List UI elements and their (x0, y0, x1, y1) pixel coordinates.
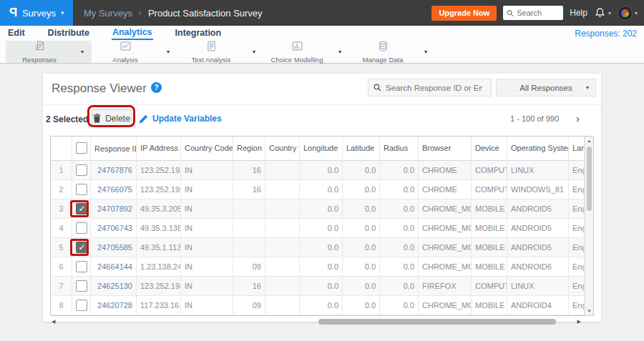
column-header-country[interactable]: Country (265, 137, 300, 161)
column-header-browser[interactable]: Browser (419, 137, 472, 161)
select-all-checkbox[interactable] (76, 142, 87, 154)
responses-filter-value: All Responses (519, 84, 572, 92)
surveys-menu-label: Surveys (22, 8, 56, 19)
breadcrumb-my-surveys[interactable]: My Surveys (84, 8, 132, 19)
ribbon-tab-dropdown-choice-modelling[interactable]: ▾ (331, 41, 349, 63)
response-id-link[interactable]: 24620728 (91, 296, 137, 315)
scroll-down-icon[interactable]: ▼ (585, 309, 593, 313)
cell: English (569, 161, 585, 180)
delete-button[interactable]: Delete (92, 109, 132, 127)
column-header-radius[interactable]: Radius (380, 137, 419, 161)
column-header-latitude[interactable]: Latitude (343, 137, 380, 161)
response-id-link[interactable]: 24625130 (91, 277, 137, 296)
cell (265, 296, 300, 315)
response-id-link[interactable]: 24707892 (91, 199, 137, 219)
scroll-right-icon[interactable]: ▶ (577, 318, 581, 325)
ribbon-tab-manage-data[interactable]: Manage Data (349, 41, 416, 63)
responses-table: Response ID▲IP AddressCountry CodeRegion… (50, 136, 594, 316)
global-search-input[interactable] (517, 9, 560, 17)
table-body: 124767876123.252.193.148IN160.00.00.0CHR… (51, 161, 593, 315)
column-header-longitude[interactable]: Longitude (300, 137, 343, 161)
ribbon-tab-dropdown-analysis[interactable]: ▾ (159, 41, 177, 63)
cell: 0.0 (343, 180, 380, 199)
nav-tab-analytics[interactable]: Analytics (112, 26, 153, 40)
update-variables-button[interactable]: Update Variables (139, 110, 222, 127)
response-id-link[interactable]: 24766075 (91, 180, 137, 199)
column-header-ip-address[interactable]: IP Address (137, 137, 181, 161)
page-title: Response Viewer (52, 81, 147, 96)
cell: LINUX (507, 277, 569, 296)
header-row-number[interactable] (51, 137, 72, 161)
responses-filter-dropdown[interactable]: All Responses ▾ (496, 79, 596, 97)
breadcrumb-current: Product Satisfaction Survey (148, 8, 263, 19)
row-checkbox[interactable] (76, 300, 87, 311)
next-page-button[interactable]: › (576, 112, 580, 126)
choice-modelling-icon (291, 40, 303, 55)
top-bar: P Surveys ▾ My Surveys › Product Satisfa… (0, 0, 644, 26)
global-search[interactable] (503, 6, 563, 20)
column-header-response-id[interactable]: Response ID▲ (91, 137, 137, 161)
response-viewer-card: Response Viewer ? All Responses ▾ 2 Sele… (43, 74, 601, 322)
cell: CHROME (419, 161, 472, 180)
cell: English (569, 257, 585, 277)
row-checkbox[interactable] (76, 203, 87, 214)
ribbon-tab-choice-modelling[interactable]: Choice Modelling (263, 41, 331, 63)
row-checkbox[interactable] (76, 280, 87, 292)
cell: 0.0 (380, 180, 419, 199)
ribbon-tab-dropdown-responses[interactable]: ▾ (73, 41, 92, 63)
row-checkbox[interactable] (76, 184, 87, 195)
surveys-menu[interactable]: P Surveys ▾ (0, 0, 73, 26)
header-select-all[interactable] (72, 137, 91, 161)
row-checkbox[interactable] (76, 242, 87, 253)
response-search-input[interactable] (386, 84, 482, 92)
cell: IN (181, 238, 233, 257)
nav-tab-distribute[interactable]: Distribute (47, 27, 90, 39)
row-checkbox[interactable] (76, 222, 87, 234)
horizontal-scrollbar-thumb[interactable] (318, 319, 556, 325)
account-menu[interactable]: ▾ (618, 6, 638, 21)
ribbon-group-choice-modelling: Choice Modelling▾ (263, 41, 349, 63)
cell: MOBILE (472, 296, 507, 315)
table-header: Response ID▲IP AddressCountry CodeRegion… (51, 137, 593, 161)
ribbon-tab-text-analysis[interactable]: Text Analysis (177, 41, 245, 63)
column-header-region[interactable]: Region (233, 137, 265, 161)
table-row: 42470674349.35.3.138IN0.00.00.0CHROME_MO… (51, 219, 585, 238)
scroll-left-icon[interactable]: ◀ (52, 318, 55, 325)
trash-icon (93, 114, 101, 123)
row-checkbox[interactable] (76, 261, 87, 272)
ribbon-tab-dropdown-manage-data[interactable]: ▾ (416, 41, 435, 63)
row-number: 1 (51, 161, 72, 180)
column-header-country-code[interactable]: Country Code (181, 137, 233, 161)
row-checkbox-cell (72, 161, 91, 180)
cell (265, 180, 300, 199)
response-search[interactable] (368, 79, 492, 97)
ribbon-tab-responses[interactable]: Responses (6, 41, 73, 63)
help-link[interactable]: Help (570, 8, 587, 18)
vertical-scrollbar-thumb[interactable] (587, 147, 592, 211)
upgrade-now-button[interactable]: Upgrade Now (431, 6, 497, 21)
cell: CHROME (419, 180, 472, 199)
response-id-link[interactable]: 24664144 (91, 257, 137, 277)
nav-tab-integration[interactable]: Integration (175, 27, 223, 39)
row-checkbox-cell (72, 199, 91, 219)
response-id-link[interactable]: 24706743 (91, 219, 137, 238)
column-header-operating-system[interactable]: Operating System (507, 137, 569, 161)
ribbon-tab-analysis[interactable]: Analysis (92, 41, 159, 63)
cell: English (569, 219, 585, 238)
column-header-language[interactable]: Language (569, 137, 585, 161)
scroll-up-icon[interactable]: ▲ (585, 139, 593, 143)
row-checkbox[interactable] (76, 164, 87, 176)
cell: CHROME_MOBILE (419, 219, 472, 238)
nav-tab-edit[interactable]: Edit (7, 27, 26, 39)
help-icon[interactable]: ? (151, 82, 162, 93)
responses-count[interactable]: Responses: 202 (575, 29, 644, 39)
analytics-ribbon: Responses▾Analysis▾Text Analysis▾Choice … (0, 41, 644, 64)
response-id-link[interactable]: 24705585 (91, 238, 137, 257)
responses-icon (34, 40, 46, 55)
column-header-device[interactable]: Device (472, 137, 507, 161)
row-number: 6 (51, 257, 72, 277)
ribbon-tab-dropdown-text-analysis[interactable]: ▾ (245, 41, 263, 63)
ribbon-tab-label: Choice Modelling (271, 56, 323, 64)
notifications-button[interactable]: ▾ (594, 7, 611, 19)
response-id-link[interactable]: 24767876 (91, 161, 137, 180)
